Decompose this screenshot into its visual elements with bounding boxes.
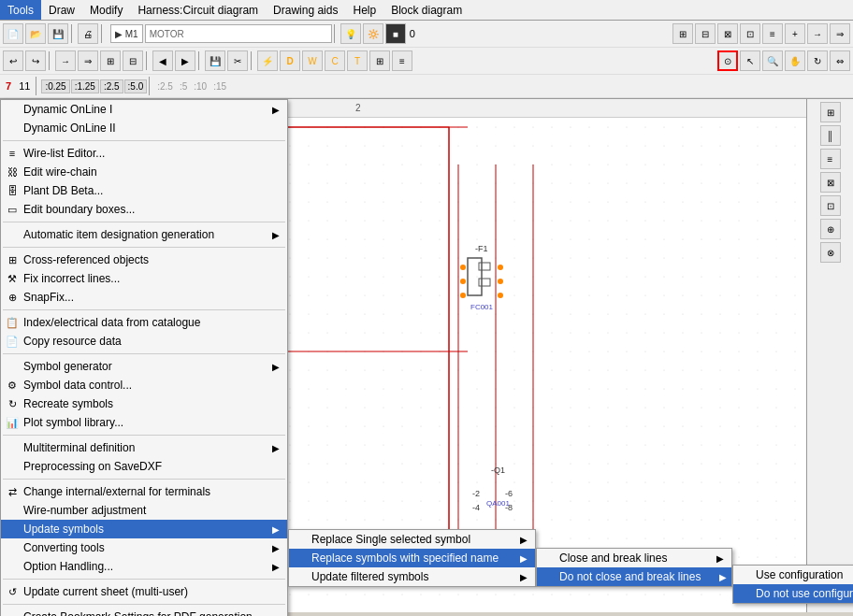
tb-r8[interactable]: ⇒ [830,23,850,44]
menu-harness[interactable]: Harness:Circuit diagram [130,0,266,20]
menu-item-copy-resource[interactable]: 📄 Copy resource data [1,332,287,351]
menu-item-cross-referenced[interactable]: ⊞ Cross-referenced objects [1,251,287,269]
tb-light1[interactable]: 💡 [340,23,361,44]
menu-item-change-internal[interactable]: ⇄ Change internal/external for terminals [1,482,287,501]
tb2-b4[interactable]: ⊟ [123,50,143,71]
menu-item-snapfix[interactable]: ⊕ SnapFix... [1,288,287,307]
sub3-do-not-use-config[interactable]: Do not use configuration [733,584,853,603]
snap-125[interactable]: :1.25 [71,79,99,93]
menu-item-wire-number[interactable]: Wire-number adjustment [1,501,287,520]
menu-item-plant-db[interactable]: 🗄 Plant DB Beta... [1,181,287,200]
menu-item-update-sheet[interactable]: ↺ Update current sheet (multi-user) [1,582,287,601]
snap-25[interactable]: :2.5 [100,79,123,93]
tb-color-box[interactable]: ■ [385,23,406,44]
tb-r3[interactable]: ⊠ [717,23,738,44]
tb2-pan[interactable]: ✋ [785,50,805,71]
toolbar-area: 📄 📂 💾 🖨 ▶ M1 MOTOR 💡 🔆 ■ 0 ⊞ ⊟ ⊠ ⊡ ≡ + →… [0,21,853,99]
tb2-cursor[interactable]: ↖ [740,50,760,71]
replace-specified-submenu: Close and break lines ▶ Do not close and… [536,548,732,587]
tb2-rotate[interactable]: ↻ [807,50,828,71]
tb2-fwd[interactable]: ▶ [175,50,195,71]
menu-item-wire-chain[interactable]: ⛓ Edit wire-chain [1,163,287,181]
menu-item-boundary-boxes[interactable]: ▭ Edit boundary boxes... [1,200,287,219]
motor-label[interactable]: MOTOR [145,24,332,43]
tb-open[interactable]: 📂 [25,23,46,44]
rp-btn6[interactable]: ⊕ [820,219,841,239]
sub1-update-filtered[interactable]: Update filtered symbols ▶ [289,567,535,586]
cross-ref-icon: ⊞ [5,252,20,267]
menu-item-update-symbols[interactable]: Update symbols ▶ [1,520,287,538]
sep-2 [3,222,285,222]
menu-item-index[interactable]: 📋 Index/electrical data from catalogue [1,313,287,332]
sub1-replace-single[interactable]: Replace Single selected symbol ▶ [289,530,535,549]
svg-text:-2: -2 [472,489,480,498]
tb-r7[interactable]: → [807,23,828,44]
tb2-b3[interactable]: ⊞ [100,50,121,71]
tb2-power2[interactable]: D [280,50,300,71]
tb-r1[interactable]: ⊞ [672,23,693,44]
menu-item-recreate-symbols[interactable]: ↻ Recreate symbols [1,394,287,413]
tb-print[interactable]: 🖨 [78,23,98,44]
tb2-mirror[interactable]: ⇔ [830,50,850,71]
menu-modify[interactable]: Modify [82,0,130,20]
sub2-close-break[interactable]: Close and break lines ▶ [537,549,731,567]
menu-item-dynamic1[interactable]: Dynamic OnLine I ▶ [1,100,287,119]
tb2-save2[interactable]: 💾 [205,50,225,71]
menu-item-converting-tools[interactable]: Converting tools ▶ [1,538,287,557]
sep3 [334,24,338,43]
menu-item-plot-symbol[interactable]: 📊 Plot symbol library... [1,413,287,432]
tb-r5[interactable]: ≡ [762,23,783,44]
tb-save[interactable]: 💾 [48,23,68,44]
rp-btn7[interactable]: ⊗ [820,242,841,263]
menu-drawing-aids[interactable]: Drawing aids [266,0,345,20]
snap-5[interactable]: :5.0 [124,79,148,93]
tb-light2[interactable]: 🔆 [363,23,383,44]
tb2-select[interactable]: ⊙ [717,50,738,71]
menu-draw[interactable]: Draw [41,0,82,20]
menu-item-preprocessing[interactable]: Preprocessing on SaveDXF [1,457,287,476]
right-toolbar: ⊞ ⊟ ⊠ ⊡ ≡ + → ⇒ [672,22,851,45]
menu-tools[interactable]: Tools [0,0,41,20]
menu-help[interactable]: Help [345,0,383,20]
tb2-wire[interactable]: → [55,50,76,71]
boundary-box-icon: ▭ [5,202,20,217]
tb2-zoom[interactable]: 🔍 [762,50,783,71]
menu-block-diagram[interactable]: Block diagram [383,0,470,20]
menu-item-auto-designation[interactable]: Automatic item designation generation ▶ [1,225,287,244]
snap-025[interactable]: :0.25 [41,79,69,93]
tb-r6[interactable]: + [785,23,805,44]
menu-item-multiterminal[interactable]: Multiterminal definition ▶ [1,438,287,457]
sub1-replace-specified[interactable]: Replace symbols with specified name ▶ [289,549,535,567]
tb2-bus[interactable]: ⇒ [78,50,98,71]
tb-r2[interactable]: ⊟ [695,23,716,44]
tb-new[interactable]: 📄 [3,23,23,44]
rp-btn1[interactable]: ⊞ [820,102,841,122]
tb-r4[interactable]: ⊡ [740,23,760,44]
sub3-use-config[interactable]: Use configuration [733,566,853,584]
rp-btn2[interactable]: ║ [820,125,841,146]
tb2-back[interactable]: ◀ [152,50,173,71]
menu-item-dynamic2[interactable]: Dynamic OnLine II [1,119,287,137]
menu-item-fix-incorrect[interactable]: ⚒ Fix incorrect lines... [1,269,287,288]
tb2-power4[interactable]: C [325,50,345,71]
rp-btn5[interactable]: ⊡ [820,195,841,216]
tb2-undo[interactable]: ↩ [3,50,23,71]
sep5 [146,51,150,70]
tb2-power3[interactable]: W [302,50,323,71]
tb2-cut[interactable]: ✂ [227,50,248,71]
tb2-power1[interactable]: ⚡ [257,50,278,71]
menu-item-create-bookmark[interactable]: Create Bookmark Settings for PDF generat… [1,608,287,616]
sub2-do-not-close[interactable]: Do not close and break lines ▶ [537,567,731,586]
tb2-ref[interactable]: ⊞ [369,50,390,71]
menu-item-symbol-gen[interactable]: Symbol generator ▶ [1,357,287,376]
rp-btn3[interactable]: ≡ [820,149,841,169]
rp-btn4[interactable]: ⊠ [820,172,841,193]
tb2-power5[interactable]: T [347,50,368,71]
menu-item-symbol-data[interactable]: ⚙ Symbol data control... [1,376,287,394]
motor-selector[interactable]: ▶ M1 [110,24,143,43]
menu-item-wire-list[interactable]: ≡ Wire-list Editor... [1,144,287,163]
sep1 [71,24,75,43]
tb2-redo[interactable]: ↪ [25,50,46,71]
menu-item-option-handling[interactable]: Option Handling... ▶ [1,557,287,576]
tb2-ref2[interactable]: ≡ [392,50,412,71]
